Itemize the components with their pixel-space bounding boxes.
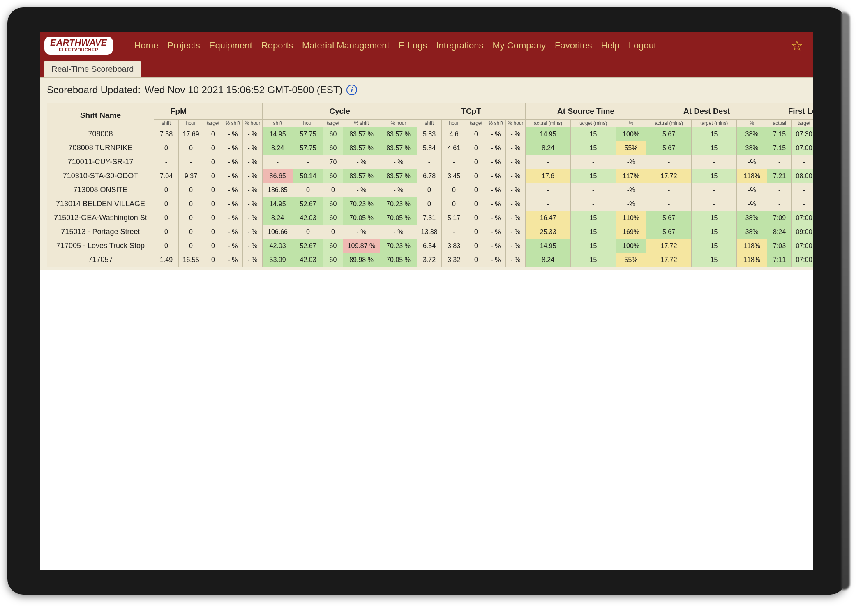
col-shift-name[interactable]: Shift Name <box>47 103 154 127</box>
cell-fpm: 0 <box>154 141 179 155</box>
table-row[interactable]: 713008 ONSITE000- %- %186.8500- %- %000-… <box>47 183 813 197</box>
nav-projects[interactable]: Projects <box>167 40 200 51</box>
cell-tcpt: 6.78 <box>417 169 442 183</box>
table-row[interactable]: 7170571.4916.550- %- %53.9942.036089.98 … <box>47 253 813 267</box>
subheader-tcpt[interactable]: shift <box>417 120 442 127</box>
cell-cycle: - <box>263 155 293 169</box>
cell-dest: -% <box>737 155 767 169</box>
cell-source: 15 <box>571 225 616 239</box>
cell-source: - <box>571 197 616 211</box>
nav-my-company[interactable]: My Company <box>492 40 546 51</box>
cell-cycle: 70.23 % <box>343 197 380 211</box>
subheader-tcpt[interactable]: % hour <box>506 120 526 127</box>
nav-equipment[interactable]: Equipment <box>209 40 252 51</box>
col-at-source[interactable]: At Source Time <box>526 103 646 120</box>
nav-help[interactable]: Help <box>601 40 619 51</box>
subheader-dest[interactable]: target (mins) <box>692 120 737 127</box>
cell-cycle: 60 <box>323 239 343 253</box>
subheader-fpm[interactable]: hour <box>179 120 203 127</box>
table-row[interactable]: 715012-GEA-Washington St000- %- %8.2442.… <box>47 211 813 225</box>
cell-dest: 17.72 <box>646 253 692 267</box>
table-row[interactable]: 710011-CUY-SR-17--0- %- %--70- %- %--0- … <box>47 155 813 169</box>
cell-cycle: - % <box>380 225 417 239</box>
subheader-source[interactable]: actual (mins) <box>526 120 571 127</box>
table-row[interactable]: 715013 - Portage Street000- %- %106.6600… <box>47 225 813 239</box>
table-row[interactable]: 713014 BELDEN VILLAGE000- %- %14.9552.67… <box>47 197 813 211</box>
nav-favorites[interactable]: Favorites <box>555 40 592 51</box>
star-icon[interactable]: ☆ <box>791 37 803 54</box>
info-icon[interactable]: i <box>346 85 357 95</box>
col-first-load[interactable]: First Load <box>767 103 813 120</box>
subheader-tcpt[interactable]: target <box>466 120 486 127</box>
table-row[interactable]: 7080087.5817.690- %- %14.9557.756083.57 … <box>47 127 813 141</box>
cell-first: 09:00 <box>792 225 813 239</box>
cell-cycle: 60 <box>323 141 343 155</box>
subheader-tcpt[interactable]: hour <box>442 120 466 127</box>
subheader-tcpt[interactable]: % shift <box>486 120 506 127</box>
cell-dest: - <box>646 155 692 169</box>
cell-source: 14.95 <box>526 127 571 141</box>
nav-material-management[interactable]: Material Management <box>302 40 390 51</box>
tab-strip: Real-Time Scoreboard <box>40 59 813 77</box>
cell-tcpt: - % <box>506 225 526 239</box>
col-fpm[interactable]: FpM <box>154 103 203 120</box>
col-cycle[interactable]: Cycle <box>263 103 417 120</box>
tab-realtime-scoreboard[interactable]: Real-Time Scoreboard <box>44 61 141 77</box>
subheader-first[interactable]: actual <box>767 120 792 127</box>
cell-source: 100% <box>616 127 646 141</box>
cell-tcpt: - % <box>486 253 506 267</box>
cell-tcpt: 0 <box>442 183 466 197</box>
subheader-dest[interactable]: % <box>737 120 767 127</box>
cell-shift-name: 708008 <box>47 127 154 141</box>
nav-logout[interactable]: Logout <box>629 40 656 51</box>
cell-source: 15 <box>571 239 616 253</box>
cell-first: 08:00 <box>792 169 813 183</box>
cell-fpm: - % <box>243 225 263 239</box>
subheader-dest[interactable]: actual (mins) <box>646 120 692 127</box>
table-row[interactable]: 708008 TURNPIKE000- %- %8.2457.756083.57… <box>47 141 813 155</box>
cell-shift-name: 715012-GEA-Washington St <box>47 211 154 225</box>
subheader-fpm[interactable]: shift <box>154 120 179 127</box>
subheader-cycle[interactable]: % shift <box>343 120 380 127</box>
cell-cycle: 42.03 <box>293 211 323 225</box>
cell-first: 07:30 <box>792 127 813 141</box>
nav-integrations[interactable]: Integrations <box>436 40 483 51</box>
nav-reports[interactable]: Reports <box>261 40 293 51</box>
cell-fpm: - % <box>243 211 263 225</box>
cell-cycle: 57.75 <box>293 141 323 155</box>
top-navbar: EARTHWAVE FLEETVOUCHER Home Projects Equ… <box>40 32 813 59</box>
cell-cycle: 42.03 <box>293 253 323 267</box>
subheader-first[interactable]: target <box>792 120 813 127</box>
cell-fpm: 0 <box>179 183 203 197</box>
col-at-dest[interactable]: At Dest Dest <box>646 103 767 120</box>
cell-source: 8.24 <box>526 141 571 155</box>
nav-home[interactable]: Home <box>134 40 159 51</box>
col-tcpt[interactable]: TCpT <box>417 103 526 120</box>
cell-cycle: 60 <box>323 253 343 267</box>
subheader-source[interactable]: % <box>616 120 646 127</box>
cell-dest: 17.72 <box>646 239 692 253</box>
subheader-cycle[interactable]: shift <box>263 120 293 127</box>
cell-cycle: 42.03 <box>263 239 293 253</box>
cell-shift-name: 717057 <box>47 253 154 267</box>
subheader-fpm[interactable]: % shift <box>223 120 243 127</box>
cell-tcpt: - % <box>506 141 526 155</box>
subheader-source[interactable]: target (mins) <box>571 120 616 127</box>
subheader-cycle[interactable]: hour <box>293 120 323 127</box>
cell-fpm: - % <box>223 253 243 267</box>
subheader-fpm[interactable]: % hour <box>243 120 263 127</box>
table-row[interactable]: 717005 - Loves Truck Stop000- %- %42.035… <box>47 239 813 253</box>
cell-shift-name: 715013 - Portage Street <box>47 225 154 239</box>
subheader-fpm[interactable]: target <box>203 120 223 127</box>
cell-tcpt: 7.31 <box>417 211 442 225</box>
nav-elogs[interactable]: E-Logs <box>399 40 427 51</box>
cell-fpm: 1.49 <box>154 253 179 267</box>
cell-fpm: - <box>179 155 203 169</box>
cell-tcpt: 13.38 <box>417 225 442 239</box>
subheader-cycle[interactable]: target <box>323 120 343 127</box>
cell-first: - <box>792 197 813 211</box>
cell-cycle: 52.67 <box>293 197 323 211</box>
subheader-cycle[interactable]: % hour <box>380 120 417 127</box>
brand-logo[interactable]: EARTHWAVE FLEETVOUCHER <box>44 37 113 55</box>
table-row[interactable]: 710310-STA-30-ODOT7.049.370- %- %86.6550… <box>47 169 813 183</box>
